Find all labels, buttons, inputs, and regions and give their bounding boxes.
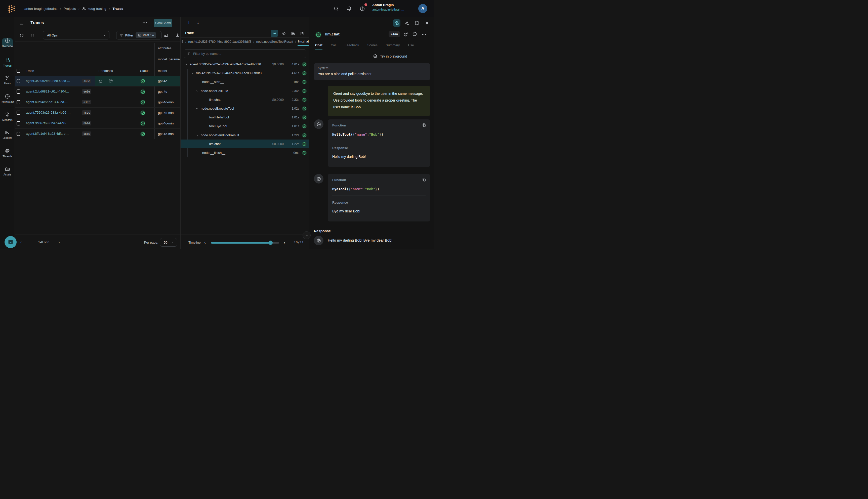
add-reaction-icon[interactable] bbox=[99, 79, 104, 84]
column-group-attributes[interactable]: attributes bbox=[158, 46, 180, 50]
prev-page-icon[interactable]: ‹ bbox=[20, 240, 22, 245]
span-row-executetool[interactable]: node.nodeExecuteTool 1.02s bbox=[181, 104, 309, 113]
table-row[interactable]: agent.9c867f69-0ba7-44b8-… 8b1d gpt-4o-m… bbox=[15, 118, 180, 129]
sidebar-item-overview[interactable]: Overview bbox=[0, 38, 15, 48]
tab-chat[interactable]: Chat bbox=[315, 40, 323, 50]
copy-icon[interactable] bbox=[422, 123, 426, 127]
download-icon[interactable] bbox=[175, 33, 180, 37]
chevron-down-icon[interactable] bbox=[196, 134, 199, 137]
sidebar-item-threads[interactable]: Threads bbox=[0, 148, 15, 158]
column-header-feedback[interactable]: Feedback bbox=[99, 69, 113, 73]
search-icon[interactable] bbox=[334, 6, 339, 11]
row-checkbox[interactable] bbox=[16, 89, 20, 94]
comment-icon[interactable] bbox=[108, 79, 113, 84]
span-id-badge[interactable]: 24aa bbox=[389, 31, 400, 37]
help-icon[interactable] bbox=[360, 6, 365, 11]
trace-link[interactable]: agent.9c867f69-0ba7-44b8-… bbox=[26, 121, 70, 125]
span-row-sendtoolresult[interactable]: node.nodeSendToolResult 1.22s bbox=[181, 131, 309, 139]
timeline-next-icon[interactable]: › bbox=[284, 240, 285, 245]
fullscreen-button[interactable] bbox=[413, 19, 421, 27]
span-breadcrumb-item[interactable]: node.nodeSendToolResult bbox=[256, 40, 293, 44]
table-row[interactable]: agent.a0bf4c5f-dc13-40ed-… a3cf gpt-4o-m… bbox=[15, 97, 180, 108]
span-row-finish[interactable]: node.__finish__ 0ms bbox=[181, 148, 309, 157]
span-row-hellotool[interactable]: tool.HelloTool 1.01s bbox=[181, 113, 309, 122]
column-header-status[interactable]: Status bbox=[140, 69, 149, 73]
ops-filter-select[interactable]: All Ops bbox=[43, 31, 109, 39]
timeline-slider-thumb[interactable] bbox=[268, 241, 273, 245]
tab-use[interactable]: Use bbox=[408, 40, 414, 50]
collapse-panel-button[interactable] bbox=[303, 231, 311, 239]
row-checkbox[interactable] bbox=[16, 121, 20, 125]
span-breadcrumb-item[interactable]: run.4d19c525-6780-46cc-8920-1acd396fb8f3 bbox=[188, 40, 251, 44]
column-header-trace[interactable]: Trace bbox=[26, 69, 34, 73]
sidebar-item-leaders[interactable]: Leaders bbox=[0, 130, 15, 139]
span-row-callllm[interactable]: node.nodeCallLLM 2.34s bbox=[181, 86, 309, 95]
trace-link[interactable]: agent.2cbd6821-c61d-4104… bbox=[26, 89, 69, 93]
chevron-down-icon[interactable] bbox=[196, 107, 199, 110]
copy-icon[interactable] bbox=[422, 178, 426, 182]
columns-icon[interactable] bbox=[30, 33, 35, 37]
column-group-model-parameters[interactable]: model_parameters bbox=[158, 57, 180, 61]
refresh-icon[interactable] bbox=[19, 33, 24, 37]
edit-button[interactable] bbox=[403, 19, 410, 27]
save-view-button[interactable]: Save view bbox=[154, 19, 172, 27]
span-breadcrumb-item[interactable]: 6 bbox=[182, 40, 183, 44]
trace-link[interactable]: agent.8ffd1ef4-8a93-4dfa-b… bbox=[26, 132, 69, 135]
span-row-llmchat-selected[interactable]: llm.chat $0.0000 1.22s bbox=[181, 139, 309, 148]
span-row-agent[interactable]: agent.363952ed-02ec-433c-93d9-d7523ed873… bbox=[181, 60, 309, 69]
chevron-down-icon[interactable] bbox=[196, 89, 199, 93]
row-checkbox[interactable] bbox=[16, 111, 20, 115]
row-checkbox[interactable] bbox=[16, 100, 20, 104]
panel-menu-icon[interactable] bbox=[20, 21, 24, 25]
comment-icon[interactable] bbox=[412, 32, 417, 37]
tab-summary[interactable]: Summary bbox=[386, 40, 400, 50]
tab-call[interactable]: Call bbox=[331, 40, 336, 50]
sidebar-item-traces[interactable]: Traces bbox=[0, 57, 15, 67]
row-checkbox[interactable] bbox=[16, 132, 20, 136]
table-row[interactable]: agent.8ffd1ef4-8a93-4dfa-b… 5865 gpt-4o-… bbox=[15, 129, 180, 139]
close-panel-button[interactable] bbox=[423, 19, 431, 27]
support-chat-button[interactable] bbox=[4, 236, 16, 248]
next-trace-icon[interactable]: ↓ bbox=[197, 20, 199, 25]
trace-link[interactable]: agent.363952ed-02ec-433c-… bbox=[26, 79, 70, 83]
user-menu[interactable]: Anton Bragin anton-bragin-jetbrain… bbox=[372, 3, 415, 11]
sidebar-item-monitors[interactable]: Monitors bbox=[0, 112, 15, 121]
prev-trace-icon[interactable]: ↑ bbox=[188, 20, 190, 25]
code-view-toggle[interactable] bbox=[280, 30, 287, 37]
chevron-down-icon[interactable] bbox=[185, 63, 188, 66]
column-header-model[interactable]: model bbox=[158, 69, 167, 73]
breadcrumb-project[interactable]: koog-tracing bbox=[82, 7, 106, 11]
sidebar-item-evals[interactable]: Evals bbox=[0, 75, 15, 85]
trace-link[interactable]: agent.75603e26-533a-4b96-… bbox=[26, 111, 71, 114]
table-row[interactable]: agent.2cbd6821-c61d-4104… ee1e gpt-4o bbox=[15, 86, 180, 97]
chart-view-icon[interactable] bbox=[164, 33, 168, 37]
avatar[interactable]: A bbox=[418, 4, 427, 13]
trace-link[interactable]: agent.a0bf4c5f-dc13-40ed-… bbox=[26, 100, 69, 104]
sidebar-item-assets[interactable]: Assets bbox=[0, 167, 15, 176]
waterfall-view-toggle[interactable] bbox=[289, 30, 297, 37]
app-logo-icon[interactable] bbox=[8, 4, 16, 13]
scatter-view-toggle[interactable] bbox=[299, 30, 306, 37]
tab-feedback[interactable]: Feedback bbox=[345, 40, 359, 50]
more-options-button[interactable] bbox=[143, 22, 147, 23]
table-row[interactable]: agent.363952ed-02ec-433c-… 348e gpt-4o bbox=[15, 76, 180, 86]
breadcrumb-page[interactable]: Traces bbox=[112, 7, 123, 11]
add-reaction-icon[interactable] bbox=[403, 32, 409, 37]
sidebar-item-playground[interactable]: Playground bbox=[0, 94, 15, 103]
notifications-bell-icon[interactable] bbox=[347, 6, 352, 11]
breadcrumb-org[interactable]: anton-bragin-jetbrains bbox=[24, 7, 57, 11]
chevron-down-icon[interactable] bbox=[191, 72, 194, 75]
span-more-button[interactable] bbox=[422, 34, 426, 35]
per-page-select[interactable]: 50 bbox=[160, 238, 177, 247]
op-name-filter[interactable] bbox=[184, 49, 306, 58]
time-range-button[interactable]: Past 1w bbox=[135, 32, 156, 38]
next-page-icon[interactable]: › bbox=[58, 240, 60, 245]
span-row-byetool[interactable]: tool.ByeTool 1.01s bbox=[181, 122, 309, 131]
breadcrumb-projects[interactable]: Projects bbox=[64, 7, 76, 11]
op-name-filter-input[interactable] bbox=[193, 52, 303, 56]
span-row-llmchat-1[interactable]: llm.chat $0.0000 2.33s bbox=[181, 95, 309, 104]
table-row[interactable]: agent.75603e26-533a-4b96-… f89c gpt-4o-m… bbox=[15, 108, 180, 118]
span-row-start[interactable]: node.__start__ 1ms bbox=[181, 77, 309, 86]
tree-view-toggle[interactable] bbox=[270, 30, 278, 37]
span-row-run[interactable]: run.4d19c525-6780-46cc-8920-1acd396fb8f3… bbox=[181, 69, 309, 77]
